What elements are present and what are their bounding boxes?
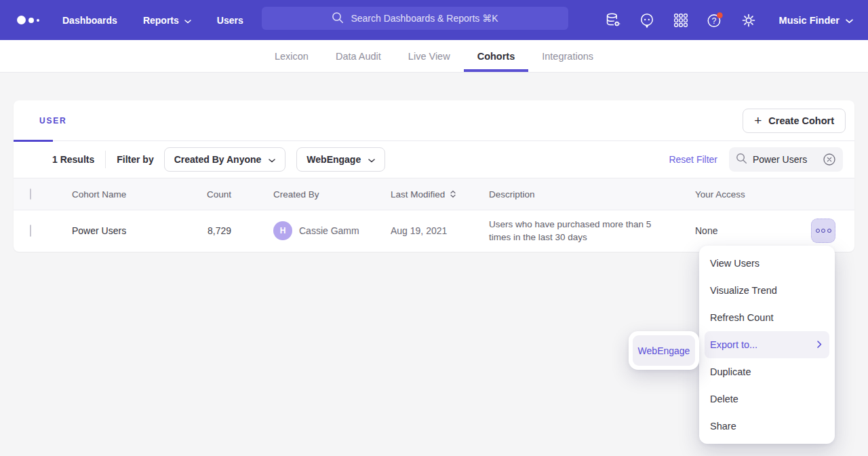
support-chat-icon[interactable] xyxy=(638,12,656,29)
notification-badge xyxy=(717,12,723,18)
column-header-count[interactable]: Count xyxy=(170,189,231,200)
column-header-description: Description xyxy=(489,189,664,200)
tab-live-view[interactable]: Live View xyxy=(395,40,464,72)
column-header-your-access: Your Access xyxy=(695,189,745,200)
plus-icon: + xyxy=(754,114,762,127)
nav-item-dashboards[interactable]: Dashboards xyxy=(62,15,117,26)
chevron-down-icon xyxy=(846,15,853,26)
help-icon[interactable]: ? xyxy=(706,12,724,29)
row-actions-context-menu: View Users Visualize Trend Refresh Count… xyxy=(699,246,835,444)
nav-right-cluster: ? Music Finder xyxy=(604,0,853,40)
export-submenu: WebEngage xyxy=(629,331,699,370)
vertical-divider xyxy=(105,151,106,168)
tab-cohorts[interactable]: Cohorts xyxy=(464,40,529,72)
project-name: Music Finder xyxy=(779,15,840,26)
menu-item-share[interactable]: Share xyxy=(699,413,835,440)
filter-label: Created By Anyone xyxy=(174,154,262,165)
avatar: H xyxy=(273,221,292,240)
svg-text:?: ? xyxy=(711,16,716,25)
logo-dot-medium xyxy=(28,18,34,23)
menu-item-visualize-trend[interactable]: Visualize Trend xyxy=(699,277,835,304)
checkbox xyxy=(30,225,31,237)
global-search-placeholder: Search Dashboards & Reports ⌘K xyxy=(351,13,498,24)
cohort-count: 8,729 xyxy=(170,225,231,236)
created-by-filter-dropdown[interactable]: Created By Anyone xyxy=(164,147,286,172)
column-header-created-by[interactable]: Created By xyxy=(273,189,319,200)
section-tabs: Lexicon Data Audit Live View Cohorts Int… xyxy=(0,40,868,73)
webengage-filter-dropdown[interactable]: WebEngage xyxy=(296,147,385,172)
column-header-last-modified[interactable]: Last Modified xyxy=(391,189,456,200)
chevron-down-icon xyxy=(184,15,191,26)
select-all-checkbox[interactable] xyxy=(30,189,31,200)
nav-item-label: Dashboards xyxy=(62,15,117,26)
cohort-description: Users who have purchased more than 5 tim… xyxy=(489,218,664,244)
last-modified-date: Aug 19, 2021 xyxy=(391,225,447,236)
nav-item-users[interactable]: Users xyxy=(217,15,243,26)
your-access-value: None xyxy=(695,225,717,236)
dot-icon xyxy=(816,229,820,233)
create-cohort-button[interactable]: + Create Cohort xyxy=(743,109,846,133)
sort-icon xyxy=(450,191,456,198)
cohorts-panel: USER + Create Cohort 1 Results Filter by… xyxy=(14,100,854,252)
column-header-label: Last Modified xyxy=(391,189,445,200)
create-cohort-label: Create Cohort xyxy=(768,115,834,126)
chevron-right-icon xyxy=(817,339,822,350)
nav-item-label: Reports xyxy=(143,15,179,26)
mixpanel-dots-logo[interactable] xyxy=(17,16,39,24)
apps-grid-icon[interactable] xyxy=(672,12,690,29)
settings-icon[interactable] xyxy=(740,12,757,29)
logo-dot-large xyxy=(17,16,26,24)
column-header-cohort-name[interactable]: Cohort Name xyxy=(72,189,126,200)
row-checkbox[interactable] xyxy=(30,225,31,236)
filter-toolbar: 1 Results Filter by Created By Anyone We… xyxy=(14,141,854,178)
tab-integrations[interactable]: Integrations xyxy=(528,40,607,72)
results-count: 1 Results xyxy=(52,154,94,165)
clear-search-icon[interactable] xyxy=(823,153,836,166)
cohort-search-input[interactable] xyxy=(753,154,816,165)
submenu-item-webengage[interactable]: WebEngage xyxy=(633,335,695,366)
panel-header: USER + Create Cohort xyxy=(14,100,854,141)
nav-item-label: Users xyxy=(217,15,243,26)
menu-item-label: Export to... xyxy=(710,339,757,350)
reset-filter-link[interactable]: Reset Filter xyxy=(669,154,717,165)
created-by-cell: H Cassie Gamm xyxy=(273,221,359,240)
search-icon xyxy=(736,153,747,167)
search-icon xyxy=(332,12,344,26)
chevron-down-icon xyxy=(368,154,375,165)
menu-item-export-to[interactable]: Export to... xyxy=(705,331,829,358)
tab-data-audit[interactable]: Data Audit xyxy=(322,40,395,72)
global-search-bar[interactable]: Search Dashboards & Reports ⌘K xyxy=(262,7,568,30)
created-by-name: Cassie Gamm xyxy=(299,225,359,236)
checkbox xyxy=(30,189,31,200)
tab-user-cohorts[interactable]: USER xyxy=(39,116,67,126)
menu-item-view-users[interactable]: View Users xyxy=(699,250,835,277)
chevron-down-icon xyxy=(269,154,275,165)
project-switcher[interactable]: Music Finder xyxy=(779,15,853,26)
cohort-search-box xyxy=(729,147,843,172)
filter-label: WebEngage xyxy=(307,154,361,165)
nav-item-reports[interactable]: Reports xyxy=(143,15,191,26)
tab-lexicon[interactable]: Lexicon xyxy=(261,40,322,72)
dot-icon xyxy=(827,229,831,233)
filter-by-label: Filter by xyxy=(117,154,153,165)
table-row[interactable]: Power Users 8,729 H Cassie Gamm Aug 19, … xyxy=(14,210,854,251)
cohort-name[interactable]: Power Users xyxy=(72,225,126,236)
menu-item-duplicate[interactable]: Duplicate xyxy=(699,358,835,385)
menu-item-refresh-count[interactable]: Refresh Count xyxy=(699,304,835,331)
menu-item-delete[interactable]: Delete xyxy=(699,385,835,413)
row-actions-menu-button[interactable] xyxy=(811,218,835,243)
dot-icon xyxy=(821,229,825,233)
logo-dot-small xyxy=(37,19,39,22)
active-tab-underline xyxy=(14,140,53,142)
table-header-row: Cohort Name Count Created By Last Modifi… xyxy=(14,178,854,210)
top-nav: Dashboards Reports Users Search Dashboar… xyxy=(0,0,868,40)
nav-links: Dashboards Reports Users xyxy=(62,15,243,26)
data-management-icon[interactable] xyxy=(604,12,622,29)
